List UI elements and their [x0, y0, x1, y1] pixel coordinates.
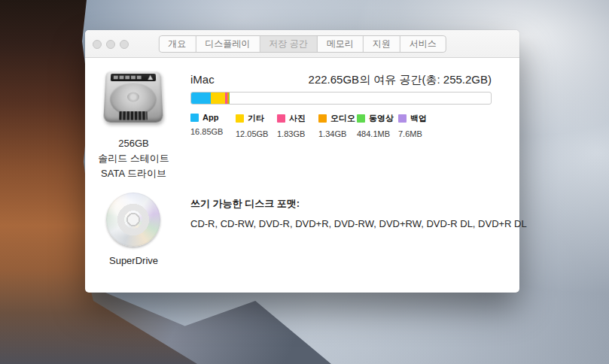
legend-label: App: [202, 113, 218, 122]
legend-value: 12.05GB: [236, 129, 268, 138]
close-button[interactable]: [93, 40, 102, 49]
legend-swatch: [398, 114, 407, 123]
internal-drive-icon: [103, 68, 163, 126]
legend-value: 1.34GB: [318, 129, 355, 138]
tab-1[interactable]: 디스플레이: [196, 36, 260, 52]
drive-caption-line: SATA 드라이브: [87, 166, 181, 181]
legend-item: 백업7.6MB: [398, 113, 427, 138]
legend-label: 백업: [410, 113, 427, 124]
drive-caption-line: 256GB: [87, 136, 181, 151]
superdrive-label: SuperDrive: [87, 255, 181, 266]
device-name: iMac: [190, 73, 215, 87]
tab-2[interactable]: 저장 공간: [260, 36, 317, 52]
legend-value: 484.1MB: [357, 129, 394, 138]
storage-segment: [229, 93, 230, 104]
legend-swatch: [190, 114, 199, 122]
legend-label: 사진: [289, 113, 306, 124]
legend-item: 오디오1.34GB: [318, 113, 355, 138]
storage-segment: [211, 93, 225, 104]
writable-formats-title: 쓰기 가능한 디스크 포맷:: [190, 197, 300, 211]
legend-value: 1.83GB: [277, 129, 306, 138]
zoom-button[interactable]: [120, 40, 129, 49]
storage-segment: [191, 93, 211, 104]
traffic-lights: [93, 40, 129, 49]
superdrive-icon: [106, 193, 162, 248]
tab-bar: 개요디스플레이저장 공간메모리지원서비스: [158, 35, 446, 53]
legend-swatch: [277, 114, 285, 123]
minimize-button[interactable]: [106, 40, 115, 49]
tab-3[interactable]: 메모리: [318, 36, 364, 52]
hard-drive-label-strip: [111, 74, 156, 81]
legend-label: 오디오: [330, 113, 355, 124]
tab-0[interactable]: 개요: [159, 36, 196, 52]
legend-label: 기타: [248, 113, 264, 124]
desktop-wallpaper: 개요디스플레이저장 공간메모리지원서비스 256GB솔리드 스테이트SATA 드…: [0, 0, 609, 364]
about-this-mac-window: 개요디스플레이저장 공간메모리지원서비스 256GB솔리드 스테이트SATA 드…: [85, 30, 519, 293]
tab-5[interactable]: 서비스: [400, 36, 446, 52]
legend-value: 16.85GB: [190, 127, 223, 136]
cd-disc-icon: [106, 193, 160, 247]
legend-item: App16.85GB: [190, 113, 223, 136]
storage-legend: App16.85GB기타12.05GB사진1.83GB오디오1.34GB동영상4…: [190, 113, 499, 143]
hard-drive-vents: [119, 111, 148, 120]
storage-header: iMac 222.65GB의 여유 공간(총: 255.2GB): [190, 73, 492, 87]
writable-formats-list: CD-R, CD-RW, DVD-R, DVD+R, DVD-RW, DVD+R…: [190, 218, 527, 229]
legend-item: 사진1.83GB: [277, 113, 306, 138]
legend-swatch: [236, 114, 244, 123]
legend-item: 동영상484.1MB: [357, 113, 394, 138]
storage-usage-bar: [190, 92, 492, 105]
window-titlebar: 개요디스플레이저장 공간메모리지원서비스: [85, 30, 519, 58]
internal-drive-caption: 256GB솔리드 스테이트SATA 드라이브: [87, 136, 181, 181]
tab-4[interactable]: 지원: [364, 36, 400, 52]
legend-item: 기타12.05GB: [236, 113, 268, 138]
legend-swatch: [357, 114, 365, 123]
legend-label: 동영상: [369, 113, 394, 124]
hard-drive-icon: [103, 71, 163, 122]
free-space-text: 222.65GB의 여유 공간(총: 255.2GB): [309, 73, 492, 87]
legend-value: 7.6MB: [398, 129, 427, 138]
legend-swatch: [318, 114, 327, 123]
drive-caption-line: 솔리드 스테이트: [87, 151, 181, 166]
